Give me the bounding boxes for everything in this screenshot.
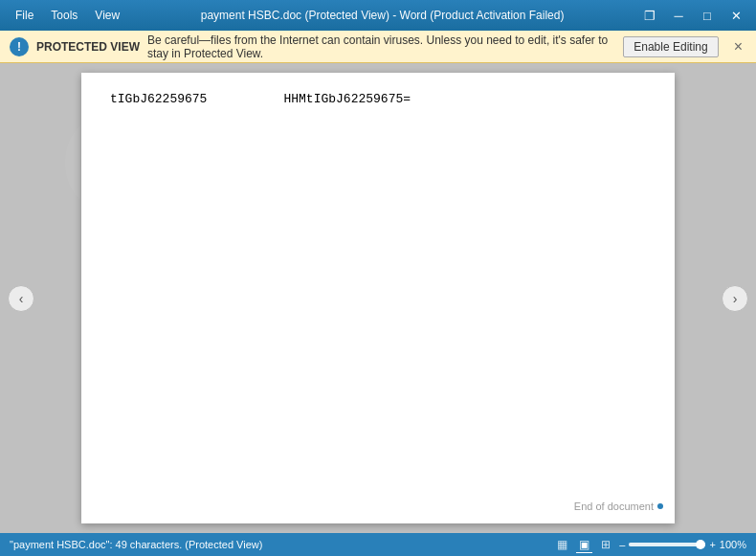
window-title: payment HSBC.doc (Protected View) - Word… [135, 9, 630, 22]
view-read-button[interactable]: ▣ [576, 537, 592, 553]
close-button[interactable]: ✕ [723, 6, 748, 25]
menu-file[interactable]: File [8, 7, 41, 24]
document-line-1: tIGbJ62259675 HHMtIGbJ62259675= [110, 92, 646, 106]
zoom-thumb [696, 540, 705, 549]
title-bar: File Tools View payment HSBC.doc (Protec… [0, 0, 756, 31]
document-page: tIGbJ62259675 HHMtIGbJ62259675= End of d… [81, 73, 675, 523]
end-of-document: End of document [574, 500, 663, 512]
prev-page-button[interactable]: ‹ [8, 285, 34, 312]
left-arrow-icon: ‹ [19, 291, 24, 306]
protected-view-bar: ! PROTECTED VIEW Be careful—files from t… [0, 31, 756, 63]
document-content: tIGbJ62259675 HHMtIGbJ62259675= [110, 92, 646, 106]
protected-icon: ! [10, 37, 29, 56]
close-bar-button[interactable]: × [730, 36, 746, 57]
window-controls: ❐ ─ □ ✕ [637, 6, 748, 25]
end-dot-icon [657, 503, 663, 509]
view-web-button[interactable]: ⊞ [598, 537, 613, 552]
status-right: ▦ ▣ ⊞ – + 100% [554, 537, 746, 553]
status-text: "payment HSBC.doc": 49 characters. (Prot… [10, 539, 262, 550]
zoom-level: 100% [720, 539, 746, 550]
status-bar: "payment HSBC.doc": 49 characters. (Prot… [0, 533, 756, 556]
next-page-button[interactable]: › [722, 285, 748, 312]
view-print-button[interactable]: ▦ [554, 537, 570, 552]
document-area: PC risk.com ‹ tIGbJ62259675 HHMtIGbJ6225… [0, 63, 756, 533]
zoom-plus-button[interactable]: + [709, 539, 715, 550]
doc-text-col1: tIGbJ62259675 [110, 92, 207, 106]
enable-editing-button[interactable]: Enable Editing [623, 36, 718, 57]
protected-badge: PROTECTED VIEW [36, 40, 140, 54]
shield-icon: ! [17, 40, 21, 54]
zoom-fill [629, 543, 705, 546]
right-arrow-icon: › [733, 291, 738, 306]
maximize-button[interactable]: □ [695, 6, 720, 25]
zoom-slider[interactable] [629, 543, 705, 546]
menu-view[interactable]: View [87, 7, 127, 24]
minimize-button[interactable]: ─ [666, 6, 691, 25]
doc-text-col2: HHMtIGbJ62259675= [283, 92, 411, 106]
restore-button[interactable]: ❐ [637, 6, 662, 25]
menu-bar: File Tools View [8, 7, 127, 24]
menu-tools[interactable]: Tools [43, 7, 85, 24]
end-of-doc-text: End of document [574, 500, 654, 512]
zoom-control: – + 100% [619, 539, 746, 550]
protected-message: Be careful—files from the Internet can c… [147, 33, 615, 60]
zoom-minus-button[interactable]: – [619, 539, 625, 550]
